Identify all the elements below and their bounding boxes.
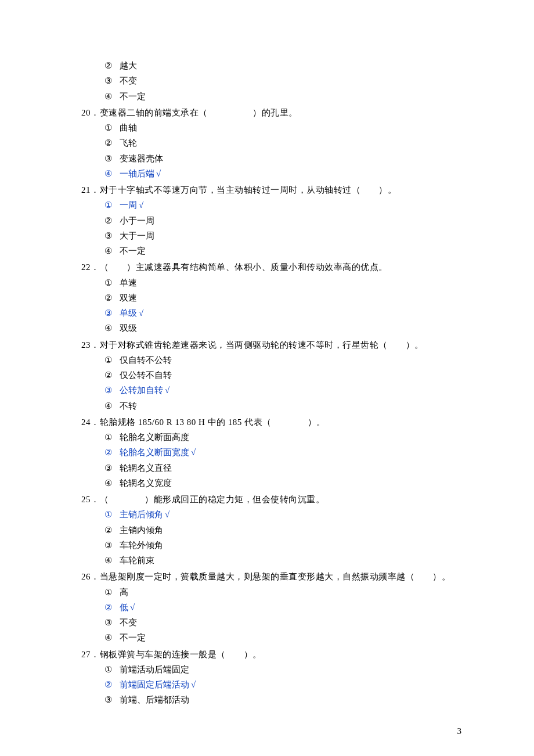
option-item: ③轮辋名义直径 xyxy=(104,460,464,476)
option-marker: ① xyxy=(104,662,120,677)
option-text: 双速 xyxy=(120,293,137,303)
option-text: 轮胎名义断面高度 xyxy=(120,433,189,442)
option-text: 变速器壳体 xyxy=(120,154,163,163)
option-text: 不变 xyxy=(120,76,137,85)
option-text: 单级 xyxy=(120,308,137,318)
option-item: ②小于一周 xyxy=(104,213,464,228)
option-item: ③单级√ xyxy=(104,305,464,321)
option-marker: ④ xyxy=(104,243,120,258)
option-text: 曲轴 xyxy=(120,123,137,132)
option-marker: ② xyxy=(104,368,120,383)
option-text: 不一定 xyxy=(120,246,146,255)
option-marker: ② xyxy=(104,677,120,692)
options-list: ①曲轴②飞轮③变速器壳体④一轴后端√ xyxy=(104,120,464,181)
option-item: ③公转加自转√ xyxy=(104,383,464,398)
check-icon: √ xyxy=(156,169,161,178)
option-text: 前端、后端都活动 xyxy=(120,695,189,704)
option-marker: ① xyxy=(104,275,120,290)
option-text: 公转加自转 xyxy=(120,386,163,395)
page-number: 3 xyxy=(457,723,462,732)
options-list: ①一周√②小于一周③大于一周④不一定 xyxy=(104,197,464,258)
question-stem: 27．钢板弹簧与车架的连接一般是（ ）。 xyxy=(81,647,464,662)
option-text: 一轴后端 xyxy=(120,169,154,178)
option-text: 前端活动后端固定 xyxy=(120,665,189,674)
check-icon: √ xyxy=(139,308,143,318)
option-marker: ① xyxy=(104,352,120,368)
option-marker: ④ xyxy=(104,630,120,645)
option-marker: ② xyxy=(104,445,120,460)
option-item: ③变速器壳体 xyxy=(104,151,464,166)
option-item: ②仅公转不自转 xyxy=(104,368,464,383)
question-stem: 23．对于对称式锥齿轮差速器来说，当两侧驱动轮的转速不等时，行星齿轮（ ）。 xyxy=(81,337,464,352)
option-item: ③前端、后端都活动 xyxy=(104,692,464,707)
option-text: 不变 xyxy=(120,618,137,627)
question-block: ②越大③不变④不一定 xyxy=(81,58,464,104)
option-text: 车轮前束 xyxy=(120,556,154,565)
option-marker: ③ xyxy=(104,305,120,321)
option-text: 高 xyxy=(120,588,128,597)
option-text: 轮辋名义直径 xyxy=(120,463,172,473)
option-item: ②轮胎名义断面宽度√ xyxy=(104,445,464,460)
option-text: 小于一周 xyxy=(120,216,154,225)
option-item: ④车轮前束 xyxy=(104,553,464,568)
check-icon: √ xyxy=(191,680,196,689)
option-marker: ① xyxy=(104,507,120,522)
option-item: ③不变 xyxy=(104,615,464,630)
option-item: ①高 xyxy=(104,585,464,600)
option-item: ③车轮外倾角 xyxy=(104,538,464,553)
option-text: 不一定 xyxy=(120,92,146,101)
option-marker: ② xyxy=(104,213,120,228)
options-list: ①前端活动后端固定②前端固定后端活动√③前端、后端都活动 xyxy=(104,662,464,708)
option-item: ①主销后倾角√ xyxy=(104,507,464,522)
option-marker: ② xyxy=(104,523,120,538)
option-marker: ① xyxy=(104,585,120,600)
question-block: 21．对于十字轴式不等速万向节，当主动轴转过一周时，从动轴转过（ ）。①一周√②… xyxy=(81,182,464,258)
option-item: ②飞轮 xyxy=(104,135,464,150)
option-item: ②前端固定后端活动√ xyxy=(104,677,464,692)
option-text: 低 xyxy=(120,603,128,612)
option-marker: ③ xyxy=(104,73,120,88)
option-item: ④不一定 xyxy=(104,630,464,645)
option-marker: ② xyxy=(104,58,120,73)
option-item: ④双级 xyxy=(104,321,464,336)
option-marker: ④ xyxy=(104,166,120,181)
check-icon: √ xyxy=(139,200,143,210)
option-text: 车轮外倾角 xyxy=(120,541,163,550)
option-item: ①仅自转不公转 xyxy=(104,352,464,368)
options-list: ①单速②双速③单级√④双级 xyxy=(104,275,464,336)
option-marker: ④ xyxy=(104,398,120,413)
option-item: ④轮辋名义宽度 xyxy=(104,476,464,491)
option-marker: ③ xyxy=(104,692,120,707)
question-block: 23．对于对称式锥齿轮差速器来说，当两侧驱动轮的转速不等时，行星齿轮（ ）。①仅… xyxy=(81,337,464,413)
option-item: ④不转 xyxy=(104,398,464,413)
option-text: 飞轮 xyxy=(120,138,137,147)
check-icon: √ xyxy=(130,603,135,612)
option-item: ③不变 xyxy=(104,73,464,88)
option-item: ②低√ xyxy=(104,600,464,615)
option-marker: ② xyxy=(104,600,120,615)
options-list: ①仅自转不公转②仅公转不自转③公转加自转√④不转 xyxy=(104,352,464,413)
option-text: 轮辋名义宽度 xyxy=(120,478,172,488)
question-block: 22．（ ）主减速器具有结构简单、体积小、质量小和传动效率高的优点。①单速②双速… xyxy=(81,260,464,336)
question-stem: 24．轮胎规格 185/60 R 13 80 H 中的 185 代表（ ）。 xyxy=(81,415,464,430)
question-stem: 22．（ ）主减速器具有结构简单、体积小、质量小和传动效率高的优点。 xyxy=(81,260,464,275)
options-list: ①主销后倾角√②主销内倾角③车轮外倾角④车轮前束 xyxy=(104,507,464,568)
option-marker: ③ xyxy=(104,383,120,398)
option-text: 越大 xyxy=(120,61,137,70)
question-block: 27．钢板弹簧与车架的连接一般是（ ）。①前端活动后端固定②前端固定后端活动√③… xyxy=(81,647,464,708)
question-stem: 20．变速器二轴的前端支承在（ ）的孔里。 xyxy=(81,105,464,120)
question-block: 25．（ ）能形成回正的稳定力矩，但会使转向沉重。①主销后倾角√②主销内倾角③车… xyxy=(81,492,464,568)
option-item: ①一周√ xyxy=(104,197,464,213)
option-text: 主销内倾角 xyxy=(120,525,163,535)
options-list: ②越大③不变④不一定 xyxy=(104,58,464,104)
option-text: 轮胎名义断面宽度 xyxy=(120,448,189,457)
check-icon: √ xyxy=(165,386,169,395)
option-text: 仅公转不自转 xyxy=(120,370,172,380)
option-item: ①单速 xyxy=(104,275,464,290)
option-text: 大于一周 xyxy=(120,231,154,240)
options-list: ①高②低√③不变④不一定 xyxy=(104,585,464,646)
option-marker: ③ xyxy=(104,460,120,476)
question-stem: 21．对于十字轴式不等速万向节，当主动轴转过一周时，从动轴转过（ ）。 xyxy=(81,182,464,197)
option-text: 前端固定后端活动 xyxy=(120,680,189,689)
question-block: 20．变速器二轴的前端支承在（ ）的孔里。①曲轴②飞轮③变速器壳体④一轴后端√ xyxy=(81,105,464,181)
